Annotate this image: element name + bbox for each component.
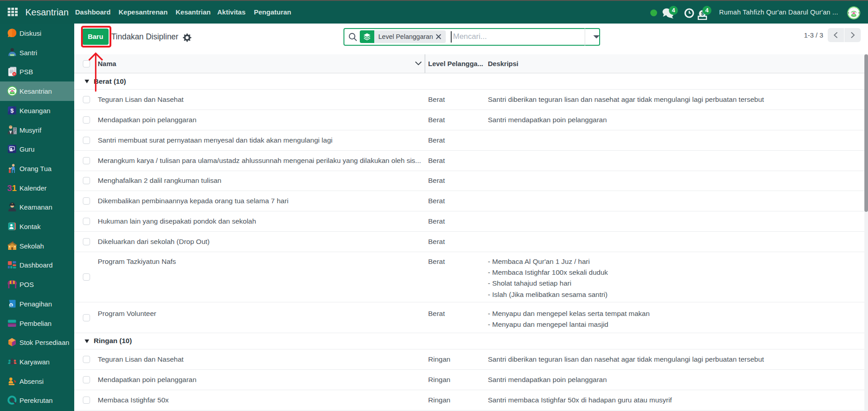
svg-text:3: 3 (7, 183, 12, 192)
svg-text:$: $ (10, 302, 13, 307)
svg-text:1: 1 (12, 183, 17, 192)
svg-text:$: $ (10, 107, 14, 114)
